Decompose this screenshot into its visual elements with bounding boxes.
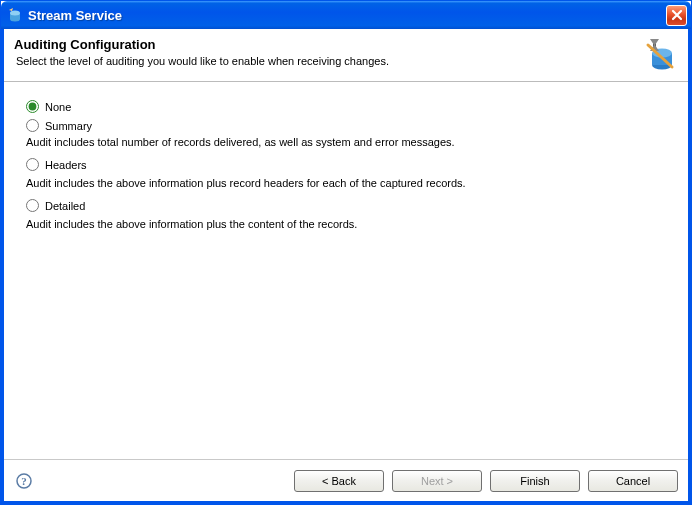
titlebar: Stream Service [1, 1, 691, 29]
dialog-window: Stream Service Auditing Configuration Se… [0, 0, 692, 505]
header-text: Auditing Configuration Select the level … [14, 37, 640, 67]
radio-none[interactable] [26, 100, 39, 113]
headers-description: Audit includes the above information plu… [26, 177, 666, 189]
svg-text:?: ? [21, 475, 27, 487]
radio-headers-label: Headers [45, 159, 87, 171]
close-button[interactable] [666, 5, 687, 26]
option-headers[interactable]: Headers [26, 158, 666, 171]
back-button[interactable]: < Back [294, 470, 384, 492]
radio-detailed-label: Detailed [45, 200, 85, 212]
help-button[interactable]: ? [16, 473, 32, 489]
radio-summary-label: Summary [45, 120, 92, 132]
button-bar: ? < Back Next > Finish Cancel [4, 459, 688, 501]
option-none[interactable]: None [26, 100, 666, 113]
page-subtitle: Select the level of auditing you would l… [14, 55, 640, 67]
radio-none-label: None [45, 101, 71, 113]
content-area: None Summary Audit includes total number… [4, 82, 688, 459]
detailed-description: Audit includes the above information plu… [26, 218, 666, 230]
cancel-button[interactable]: Cancel [588, 470, 678, 492]
page-title: Auditing Configuration [14, 37, 640, 52]
header-section: Auditing Configuration Select the level … [4, 29, 688, 82]
close-icon [671, 9, 683, 21]
summary-description: Audit includes total number of records d… [26, 136, 666, 148]
app-icon [7, 7, 23, 23]
finish-button[interactable]: Finish [490, 470, 580, 492]
option-detailed[interactable]: Detailed [26, 199, 666, 212]
window-title: Stream Service [28, 8, 666, 23]
help-icon: ? [16, 473, 32, 489]
next-button: Next > [392, 470, 482, 492]
svg-point-2 [10, 11, 20, 16]
client-area: Auditing Configuration Select the level … [1, 29, 691, 504]
radio-headers[interactable] [26, 158, 39, 171]
radio-summary[interactable] [26, 119, 39, 132]
option-summary[interactable]: Summary [26, 119, 666, 132]
radio-detailed[interactable] [26, 199, 39, 212]
header-wizard-icon [640, 37, 676, 73]
